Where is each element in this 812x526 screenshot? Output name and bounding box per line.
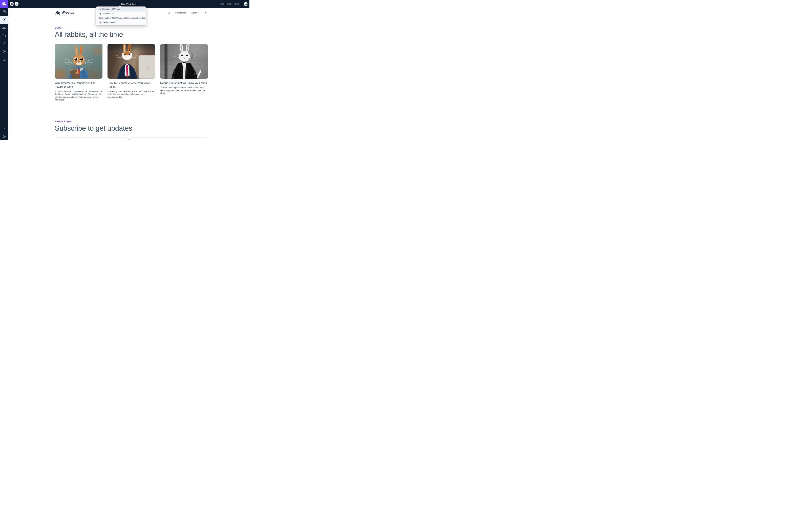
site-nav: Contact Us About	[168, 11, 208, 15]
site-logo[interactable]: directus	[55, 10, 74, 15]
sidebar-item-settings[interactable]	[0, 56, 8, 63]
sidebar-divider	[2, 132, 6, 132]
devtools-badge[interactable]	[127, 137, 131, 140]
search-button[interactable]	[168, 11, 170, 14]
victorian-rabbit-illustration	[160, 44, 208, 78]
url-menu-item[interactable]: http://localhost:3000/?visual-editing=tr…	[97, 16, 146, 20]
url-dropdown-menu: http://localhost:3000/blog http://localh…	[96, 6, 146, 25]
chevron-down-icon	[137, 3, 139, 5]
box-icon	[2, 10, 6, 14]
blog-post-grid: Why Steampunk Rabbits Are The Future of …	[55, 44, 208, 101]
account-circle-icon	[2, 135, 6, 138]
post-image-steampunk-rabbit	[55, 44, 102, 78]
blog-heading: All rabbits, all the time	[55, 31, 208, 38]
folder-icon	[2, 34, 6, 37]
edit-icon	[2, 18, 6, 21]
bell-icon	[2, 126, 6, 129]
sidebar-item-user-directory[interactable]	[0, 24, 8, 32]
edit-mode-button[interactable]	[15, 2, 18, 6]
rabbit-logo-icon	[55, 10, 60, 15]
sidebar-item-insights[interactable]	[0, 40, 8, 47]
sidebar-item-file-library[interactable]	[0, 32, 8, 40]
site-preview-viewport: directus Contact Us About	[8, 8, 249, 140]
responsive-preview-button[interactable]	[244, 2, 247, 6]
nav-link-contact[interactable]: Contact Us	[175, 12, 186, 14]
search-icon	[168, 11, 170, 14]
post-description: These interesting facts about rabbits ma…	[160, 86, 208, 95]
users-icon	[2, 26, 6, 30]
post-description: In this blog post, we will look at some …	[107, 90, 155, 99]
sidebar-item-visual-editor[interactable]	[0, 16, 8, 24]
pencil-icon	[16, 3, 18, 5]
sun-icon	[204, 12, 207, 14]
post-title: How To Become A Very Productive Rabbit	[107, 81, 155, 89]
insights-icon	[2, 42, 6, 45]
module-sidebar	[0, 0, 8, 140]
zoom-level: 100%	[234, 3, 239, 5]
business-rabbit-illustration	[107, 44, 155, 78]
post-image-productive-rabbit	[107, 44, 155, 78]
sidebar-item-content[interactable]	[0, 8, 8, 16]
url-menu-item[interactable]: http://localhost:3000	[97, 12, 146, 16]
chevron-down-icon	[198, 12, 200, 14]
devices-icon	[245, 3, 247, 5]
help-icon	[2, 50, 6, 53]
nav-link-about[interactable]: About	[191, 12, 200, 14]
blog-post-card[interactable]: Why Steampunk Rabbits Are The Future of …	[55, 44, 102, 101]
post-image-rabbit-facts	[160, 44, 208, 78]
post-title: Rabbit Facts That Will Blow Your Mind	[160, 81, 208, 85]
sidebar-spacer	[0, 63, 8, 123]
chevron-down-icon	[240, 3, 242, 5]
theme-toggle-button[interactable]	[203, 11, 208, 15]
zoom-select[interactable]: 100%	[234, 3, 242, 5]
post-description: This post discusses how steampunk rabbit…	[55, 90, 102, 101]
post-title: Why Steampunk Rabbits Are The Future of …	[55, 81, 102, 89]
blog-post-card[interactable]: Rabbit Facts That Will Blow Your Mind Th…	[160, 44, 208, 101]
directus-visual-editor-app: Blog | Your Site 1860 × 1020 100%	[0, 0, 249, 140]
blog-eyebrow: BLOG	[55, 27, 208, 29]
site-logo-text: directus	[62, 11, 74, 15]
collapse-sidebar-button[interactable]	[10, 2, 14, 6]
newsletter-eyebrow: NEWSLETTER	[55, 120, 208, 123]
gear-icon	[2, 58, 6, 61]
newsletter-form: First Name *Required	[55, 137, 208, 140]
panel-collapse-icon	[11, 3, 13, 5]
url-menu-item[interactable]: http://localhost:3000/blog	[97, 7, 146, 12]
page-title: Blog | Your Site	[121, 3, 136, 5]
mountain-logo-icon	[128, 138, 130, 140]
topbar-left-actions	[10, 2, 18, 6]
rabbit-logo-icon	[1, 2, 7, 6]
url-menu-item[interactable]: https://example.com	[97, 20, 146, 25]
steampunk-rabbit-illustration	[55, 44, 102, 78]
sidebar-item-notifications[interactable]	[0, 123, 8, 131]
blog-post-card[interactable]: How To Become A Very Productive Rabbit I…	[107, 44, 155, 101]
directus-logo-button[interactable]	[0, 0, 8, 8]
sidebar-item-account[interactable]	[0, 132, 8, 140]
newsletter-heading: Subscribe to get updates	[55, 125, 208, 132]
topbar-right-controls: 1860 × 1020 100%	[220, 2, 249, 6]
sidebar-item-help[interactable]	[0, 47, 8, 56]
viewport-dimensions: 1860 × 1020	[220, 3, 231, 5]
